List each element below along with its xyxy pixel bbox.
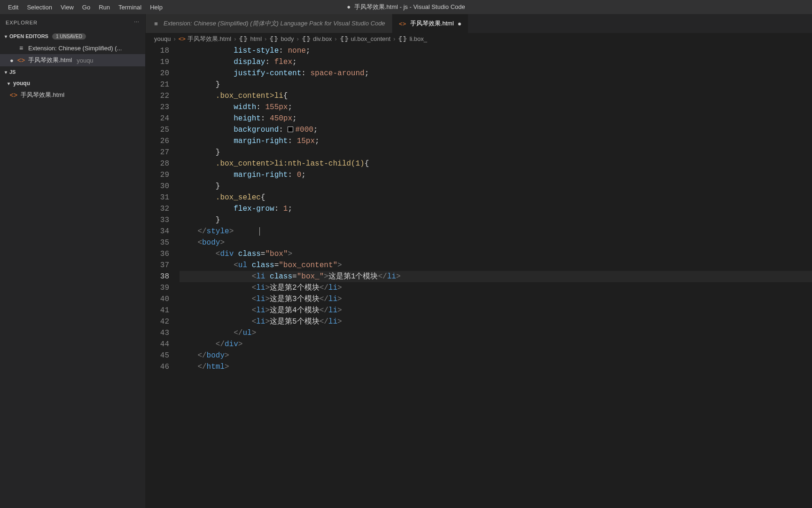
chevron-right-icon: › (393, 35, 395, 42)
code-line[interactable]: </body> (180, 350, 812, 361)
breadcrumb-item[interactable]: ⦃⦄li.box_ (398, 35, 427, 42)
menubar-item-selection[interactable]: Selection (23, 0, 56, 14)
file-row[interactable]: <> 手风琴效果.html (0, 89, 145, 101)
breadcrumb-label: html (250, 35, 262, 42)
code-line[interactable]: margin-right: 0; (180, 169, 812, 181)
code-line[interactable]: </div> (180, 339, 812, 350)
brackets-icon: ⦃⦄ (239, 35, 248, 42)
breadcrumb-item[interactable]: youqu (154, 35, 171, 42)
code-line[interactable]: </html> (180, 361, 812, 373)
code-line[interactable]: height: 450px; (180, 113, 812, 124)
code-content[interactable]: list-style: none; display: flex; justify… (180, 45, 812, 508)
window-title: ● 手风琴效果.html - js - Visual Studio Code (347, 3, 465, 11)
line-number: 43 (146, 327, 169, 339)
brackets-icon: ⦃⦄ (302, 35, 311, 42)
explorer-title: EXPLORER (6, 20, 38, 25)
html-file-icon: <> (179, 35, 186, 42)
line-number: 29 (146, 169, 169, 181)
breadcrumb-label: li.box_ (409, 35, 427, 42)
open-editors-header[interactable]: ▾ OPEN EDITORS 1 UNSAVED (0, 31, 145, 42)
line-number: 39 (146, 282, 169, 294)
code-line[interactable]: <li>这是第2个模块</li> (180, 282, 812, 294)
chevron-down-icon: ▾ (2, 34, 9, 39)
line-number: 45 (146, 350, 169, 361)
open-editors-label: OPEN EDITORS (9, 33, 48, 39)
open-editor-label: 手风琴效果.html (28, 56, 72, 64)
code-line[interactable]: background: #000; (180, 124, 812, 135)
tab-label: 手风琴效果.html (410, 19, 454, 28)
line-number: 19 (146, 56, 169, 68)
modified-dot-icon: ● (9, 57, 14, 64)
code-line[interactable]: <li>这是第3个模块</li> (180, 294, 812, 305)
breadcrumb-label: youqu (154, 35, 171, 42)
code-line[interactable]: } (180, 181, 812, 192)
folder-name: youqu (13, 80, 30, 87)
breadcrumb-item[interactable]: ⦃⦄body (269, 35, 294, 42)
code-line[interactable]: </ul> (180, 327, 812, 339)
line-number: 46 (146, 361, 169, 373)
js-section-label: JS (9, 69, 16, 75)
chevron-right-icon: › (335, 35, 336, 42)
code-line[interactable]: <li>这是第5个模块</li> (180, 316, 812, 327)
tab-file[interactable]: <> 手风琴效果.html ● (392, 14, 469, 33)
tab-extension[interactable]: ≡ Extension: Chinese (Simplified) (简体中文)… (146, 14, 392, 33)
code-line[interactable]: <body> (180, 237, 812, 248)
line-number: 36 (146, 248, 169, 260)
code-line[interactable]: <li class="box_">这是第1个模块</li> (180, 271, 812, 282)
breadcrumb-label: 手风琴效果.html (187, 35, 231, 43)
code-line[interactable]: flex-grow: 1; (180, 203, 812, 214)
folder-row[interactable]: ▾ youqu (0, 78, 145, 89)
code-line[interactable]: </style> (180, 226, 812, 237)
html-file-icon: <> (399, 20, 406, 27)
explorer-more-icon[interactable]: ⋯ (134, 19, 140, 25)
text-cursor (259, 227, 260, 236)
sidebar: EXPLORER ⋯ ▾ OPEN EDITORS 1 UNSAVED ≡ Ex… (0, 14, 146, 508)
code-line[interactable]: margin-right: 15px; (180, 135, 812, 147)
line-number: 42 (146, 316, 169, 327)
menubar-item-view[interactable]: View (56, 0, 78, 14)
code-line[interactable]: .box_content>li:nth-last-child(1){ (180, 158, 812, 169)
code-line[interactable]: display: flex; (180, 56, 812, 68)
code-line[interactable]: .box_content>li{ (180, 90, 812, 102)
editor-area: ≡ Extension: Chinese (Simplified) (简体中文)… (146, 14, 812, 508)
menubar-item-help[interactable]: Help (146, 0, 167, 14)
line-number: 44 (146, 339, 169, 350)
breadcrumb-item[interactable]: ⦃⦄html (239, 35, 262, 42)
js-section-header[interactable]: ▾ JS (0, 66, 145, 78)
breadcrumbs[interactable]: youqu›<>手风琴效果.html›⦃⦄html›⦃⦄body›⦃⦄div.b… (146, 33, 812, 45)
breadcrumb-item[interactable]: <>手风琴效果.html (179, 35, 231, 43)
menubar-item-terminal[interactable]: Terminal (114, 0, 146, 14)
line-number: 18 (146, 45, 169, 56)
code-line[interactable]: } (180, 214, 812, 226)
open-editor-item[interactable]: ● <> 手风琴效果.html youqu (0, 54, 145, 66)
code-editor[interactable]: 1819202122232425262728293031323334353637… (146, 45, 812, 508)
code-line[interactable]: .box_selec{ (180, 192, 812, 203)
code-line[interactable]: <li>这是第4个模块</li> (180, 305, 812, 316)
line-number: 33 (146, 214, 169, 226)
line-number: 22 (146, 90, 169, 102)
code-line[interactable]: <div class="box"> (180, 248, 812, 260)
code-line[interactable]: width: 155px; (180, 102, 812, 113)
tabs-row: ≡ Extension: Chinese (Simplified) (简体中文)… (146, 14, 812, 33)
chevron-right-icon: › (234, 35, 236, 42)
code-line[interactable]: justify-content: space-around; (180, 68, 812, 79)
code-line[interactable]: } (180, 79, 812, 90)
open-editor-item[interactable]: ≡ Extension: Chinese (Simplified) (... (0, 42, 145, 54)
modified-dot-icon[interactable]: ● (458, 20, 461, 27)
line-number: 26 (146, 135, 169, 147)
extension-icon: ≡ (152, 20, 160, 27)
menubar-item-run[interactable]: Run (94, 0, 114, 14)
tab-label: Extension: Chinese (Simplified) (简体中文) L… (164, 19, 385, 28)
line-number: 20 (146, 68, 169, 79)
code-line[interactable]: list-style: none; (180, 45, 812, 56)
line-number: 40 (146, 294, 169, 305)
menubar-item-go[interactable]: Go (78, 0, 94, 14)
brackets-icon: ⦃⦄ (398, 35, 407, 42)
code-line[interactable]: } (180, 147, 812, 158)
line-number: 21 (146, 79, 169, 90)
code-line[interactable]: <ul class="box_content"> (180, 260, 812, 271)
open-editor-label: Extension: Chinese (Simplified) (... (28, 45, 122, 52)
breadcrumb-item[interactable]: ⦃⦄div.box (302, 35, 332, 42)
menubar-item-edit[interactable]: Edit (4, 0, 23, 14)
breadcrumb-item[interactable]: ⦃⦄ul.box_content (340, 35, 391, 42)
